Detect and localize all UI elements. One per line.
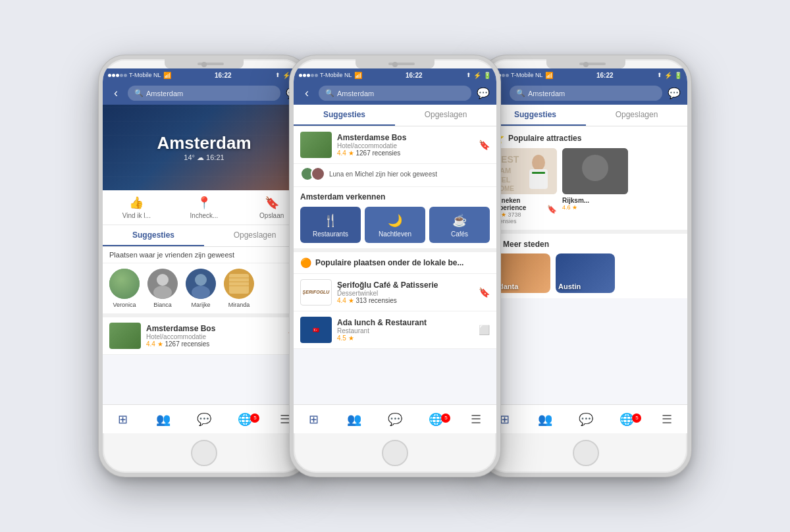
avatar-bianca bbox=[147, 269, 178, 299]
bookmark-ada[interactable]: ⬜ bbox=[479, 325, 490, 335]
serifo-rating: 4.4 ★ 313 recensies bbox=[337, 297, 473, 304]
explore-section: Amsterdam verkennen 🍴 Restaurants 🌙 Nach… bbox=[294, 187, 496, 252]
bookmark-p2[interactable]: 🔖 bbox=[479, 140, 490, 150]
nav-bar-2: ‹ 🔍 Amsterdam 💬 bbox=[294, 82, 496, 105]
search-text-1: Amsterdam bbox=[146, 90, 183, 97]
globe-badge-3: 5 bbox=[632, 413, 641, 423]
bookmark-serifo[interactable]: 🔖 bbox=[479, 287, 490, 298]
home-btn-3[interactable] bbox=[573, 440, 599, 466]
heineken-card[interactable]: BEST DAM WEL COME bbox=[491, 148, 557, 225]
back-button-2[interactable]: ‹ bbox=[299, 86, 315, 100]
nav-globe-2[interactable]: 🌐 5 bbox=[415, 412, 456, 427]
signal-1 bbox=[108, 74, 127, 77]
rijks-img bbox=[562, 148, 628, 194]
cities-header: ✈ Meer steden bbox=[485, 234, 687, 253]
nav-feed-2[interactable]: ⊞ bbox=[294, 412, 334, 427]
search-box-2[interactable]: 🔍 Amsterdam bbox=[319, 86, 471, 101]
place-thumb-1 bbox=[109, 323, 141, 349]
checkin-action[interactable]: 📍 Incheck... bbox=[171, 196, 238, 219]
back-button-1[interactable]: ‹ bbox=[108, 86, 124, 100]
phone-top-1 bbox=[165, 59, 244, 68]
phone-top-2 bbox=[356, 59, 434, 68]
avatar-marijke bbox=[186, 269, 216, 299]
city-hero-1: Amsterdam 14° ☁ 16:21 bbox=[103, 105, 305, 190]
svg-point-1 bbox=[157, 274, 169, 286]
serifo-item[interactable]: ŞERIFOGLU Şerifoğlu Café & Patisserie De… bbox=[294, 274, 496, 311]
cafes-btn[interactable]: ☕ Cafés bbox=[429, 207, 490, 243]
bt-icon-3: ⚡ bbox=[664, 72, 672, 79]
nav-menu-2[interactable]: ☰ bbox=[456, 412, 496, 427]
bookmark-heineken[interactable]: 🔖 bbox=[547, 205, 557, 214]
nachtleven-btn[interactable]: 🌙 Nachtleven bbox=[365, 207, 425, 243]
search-box-1[interactable]: 🔍 Amsterdam bbox=[128, 86, 280, 101]
bt-icon-1: ⚡ bbox=[282, 72, 290, 79]
search-icon-2: 🔍 bbox=[325, 89, 334, 97]
serifo-name: Şerifoğlu Café & Patisserie bbox=[337, 280, 473, 290]
ada-type: Restaurant bbox=[337, 327, 473, 334]
city-name-1: Amsterdam bbox=[157, 133, 251, 153]
tab-suggesties-2[interactable]: Suggesties bbox=[294, 105, 395, 126]
serifo-info: Şerifoğlu Café & Patisserie Dessertwinke… bbox=[337, 280, 473, 304]
cafes-label: Cafés bbox=[451, 230, 468, 238]
nachtleven-label: Nachtleven bbox=[379, 230, 411, 238]
nav-messenger-2[interactable]: 💬 bbox=[375, 412, 415, 427]
battery-icon-2: 🔋 bbox=[483, 72, 491, 79]
heineken-img: BEST DAM WEL COME bbox=[491, 148, 557, 194]
search-box-3[interactable]: 🔍 Amsterdam bbox=[510, 86, 662, 101]
screen-content-2: Amsterdamse Bos Hotel/accommodatie 4.4 ★… bbox=[294, 126, 496, 433]
cafes-icon: ☕ bbox=[452, 213, 467, 228]
nav-bar-1: ‹ 🔍 Amsterdam 💬 bbox=[103, 82, 305, 105]
home-btn-2[interactable] bbox=[382, 440, 408, 466]
search-text-3: Amsterdam bbox=[528, 90, 565, 97]
tab-suggesties-1[interactable]: Suggesties bbox=[103, 225, 204, 246]
home-btn-1[interactable] bbox=[191, 440, 217, 466]
phone-screen-3: T-Mobile NL 📶 16:22 ⬆ ⚡ 🔋 ‹ 🔍 Amsterdam … bbox=[485, 68, 687, 433]
friend-miranda[interactable]: Miranda bbox=[224, 269, 254, 308]
globe-badge-2: 5 bbox=[441, 413, 450, 423]
nav-friends-1[interactable]: 👥 bbox=[144, 412, 184, 427]
search-text-2: Amsterdam bbox=[337, 90, 374, 97]
cities-title: Meer steden bbox=[503, 240, 549, 249]
nav-bar-3: ‹ 🔍 Amsterdam 💬 bbox=[485, 82, 687, 105]
nav-globe-3[interactable]: 🌐 5 bbox=[606, 412, 647, 427]
tab-opgeslagen-2[interactable]: Opgeslagen bbox=[395, 105, 496, 126]
austin-bg: Austin bbox=[556, 253, 615, 293]
austin-label: Austin bbox=[558, 282, 581, 290]
austin-card[interactable]: Austin bbox=[556, 253, 615, 293]
restaurants-icon: 🍴 bbox=[323, 213, 338, 228]
nav-friends-2[interactable]: 👥 bbox=[334, 412, 375, 427]
tab-opgeslagen-3[interactable]: Opgeslagen bbox=[586, 105, 687, 126]
cities-scroll: Atlanta Austin bbox=[485, 253, 687, 293]
nav-friends-3[interactable]: 👥 bbox=[525, 412, 566, 427]
place-type-1: Hotel/accommodatie bbox=[146, 333, 282, 340]
nav-globe-1[interactable]: 🌐 5 bbox=[224, 412, 265, 427]
friend-marijke[interactable]: Marijke bbox=[186, 269, 216, 308]
friend-bianca[interactable]: Bianca bbox=[147, 269, 178, 308]
restaurants-btn[interactable]: 🍴 Restaurants bbox=[300, 207, 361, 243]
phone-camera-1 bbox=[201, 62, 207, 67]
avatar-veronica bbox=[109, 269, 140, 299]
nav-messenger-3[interactable]: 💬 bbox=[566, 412, 606, 427]
like-action[interactable]: 👍 Vind ik l... bbox=[103, 196, 171, 219]
rijks-card[interactable]: Rijksm... 4.6 ★ bbox=[562, 148, 628, 225]
save-label: Opslaan bbox=[259, 212, 284, 219]
ada-item[interactable]: 🇹🇷 Ada lunch & Restaurant Restaurant 4.5… bbox=[294, 311, 496, 349]
status-bar-1: T-Mobile NL 📶 16:22 ⬆ ⚡ 🔋 bbox=[103, 68, 305, 82]
bt-icon-2: ⚡ bbox=[473, 72, 481, 79]
attractions-title: Populaire attracties bbox=[508, 134, 581, 143]
place-rating-1: 4.4 ★ 1267 recensies bbox=[146, 340, 282, 348]
place-item-1[interactable]: Amsterdamse Bos Hotel/accommodatie 4.4 ★… bbox=[103, 317, 305, 355]
serifo-logo: ŞERIFOGLU bbox=[300, 279, 332, 306]
friend-veronica[interactable]: Veronica bbox=[109, 269, 140, 308]
ada-logo: 🇹🇷 bbox=[300, 317, 332, 343]
messenger-icon-2[interactable]: 💬 bbox=[475, 87, 491, 99]
svg-point-21 bbox=[582, 155, 608, 181]
city-info-1: 14° ☁ 16:21 bbox=[184, 153, 224, 162]
nav-messenger-1[interactable]: 💬 bbox=[184, 412, 224, 427]
carrier-2: T-Mobile NL bbox=[320, 72, 352, 78]
nav-feed-1[interactable]: ⊞ bbox=[103, 412, 144, 427]
nav-menu-3[interactable]: ☰ bbox=[646, 412, 687, 427]
status-bar-2: T-Mobile NL 📶 16:22 ⬆ ⚡ 🔋 bbox=[294, 68, 496, 82]
place-item-p2-1[interactable]: Amsterdamse Bos Hotel/accommodatie 4.4 ★… bbox=[294, 126, 496, 164]
messenger-icon-3[interactable]: 💬 bbox=[666, 87, 682, 99]
